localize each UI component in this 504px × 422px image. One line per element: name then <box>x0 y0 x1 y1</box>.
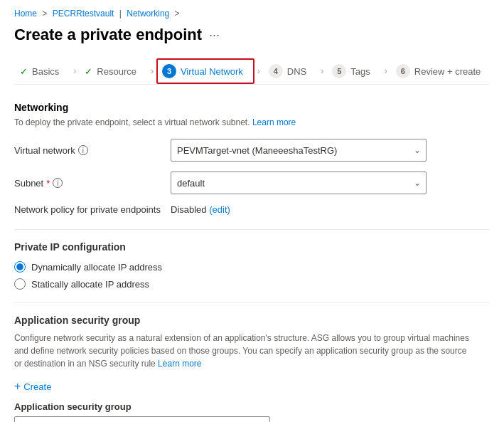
asg-dropdown-wrapper: ⌄ <box>14 416 270 422</box>
static-ip-radio-item[interactable]: Statically allocate IP address <box>14 278 490 290</box>
asg-dropdown[interactable] <box>14 416 270 422</box>
wizard-tabs: ✓ Basics › ✓ Resource › 3 Virtual Networ… <box>14 58 490 85</box>
breadcrumb: Home > PECRRtestvault | Networking > <box>14 9 490 19</box>
page-title: Create a private endpoint <box>14 26 202 44</box>
subnet-required-mark: * <box>46 178 50 189</box>
tab-review-num: 6 <box>396 64 410 78</box>
ellipsis-menu-icon[interactable]: ··· <box>209 28 220 43</box>
tab-resource-label: Resource <box>97 66 136 77</box>
subnet-dropdown[interactable]: default <box>171 172 427 194</box>
tab-review[interactable]: 6 Review + create <box>390 58 493 84</box>
tab-dns-num: 4 <box>269 64 283 78</box>
tab-sep-3: › <box>254 66 263 76</box>
separator-2 <box>14 302 490 303</box>
plus-icon: + <box>14 380 21 393</box>
tab-tags[interactable]: 5 Tags <box>326 58 381 84</box>
dynamic-ip-label: Dynamically allocate IP address <box>31 262 162 273</box>
virtual-network-control: PEVMTarget-vnet (ManeeeshaTestRG) ⌄ <box>171 139 427 162</box>
ip-config-radio-group: Dynamically allocate IP address Statical… <box>14 261 490 290</box>
asg-group-label: Application security group <box>14 401 490 412</box>
asg-create-label: Create <box>23 381 51 392</box>
breadcrumb-sep1: > <box>42 9 47 19</box>
subnet-label: Subnet * i <box>14 178 171 189</box>
dynamic-ip-radio[interactable] <box>14 261 26 273</box>
tab-dns-label: DNS <box>287 66 306 77</box>
asg-description: Configure network security as a natural … <box>14 332 469 370</box>
breadcrumb-sep2: | <box>119 9 124 19</box>
networking-section-title: Networking <box>14 102 490 113</box>
virtual-network-dropdown[interactable]: PEVMTarget-vnet (ManeeeshaTestRG) <box>171 139 427 162</box>
dynamic-ip-radio-item[interactable]: Dynamically allocate IP address <box>14 261 490 273</box>
tab-sep-1: › <box>70 66 79 76</box>
tab-virtualnetwork[interactable]: 3 Virtual Network <box>156 58 254 84</box>
subnet-info-icon[interactable]: i <box>53 178 63 188</box>
asg-learn-more-link[interactable]: Learn more <box>158 359 201 369</box>
virtual-network-info-icon[interactable]: i <box>78 145 88 155</box>
networking-learn-more-link[interactable]: Learn more <box>252 117 296 127</box>
subnet-dropdown-wrapper: default ⌄ <box>171 172 427 194</box>
tab-sep-2: › <box>148 66 156 76</box>
breadcrumb-home[interactable]: Home <box>14 9 37 19</box>
resource-check-icon: ✓ <box>85 66 92 77</box>
tab-sep-4: › <box>318 66 326 76</box>
virtual-network-label: Virtual network i <box>14 145 171 156</box>
breadcrumb-vault[interactable]: PECRRtestvault <box>53 9 114 19</box>
tab-dns[interactable]: 4 DNS <box>263 58 318 84</box>
basics-check-icon: ✓ <box>20 66 28 77</box>
asg-section-title: Application security group <box>14 315 490 326</box>
tab-resource[interactable]: ✓ Resource <box>79 60 148 83</box>
tab-tags-num: 5 <box>332 64 346 78</box>
network-policy-label: Network policy for private endpoints <box>14 204 171 215</box>
virtual-network-dropdown-wrapper: PEVMTarget-vnet (ManeeeshaTestRG) ⌄ <box>171 139 427 162</box>
network-policy-edit-link[interactable]: (edit) <box>209 204 230 215</box>
asg-create-button[interactable]: + Create <box>14 380 51 393</box>
network-policy-value: Disabled (edit) <box>171 204 230 215</box>
breadcrumb-networking[interactable]: Networking <box>127 9 169 19</box>
ip-config-section-title: Private IP configuration <box>14 241 490 253</box>
tab-virtualnetwork-num: 3 <box>162 64 176 78</box>
tab-tags-label: Tags <box>350 66 370 77</box>
static-ip-label: Statically allocate IP address <box>31 279 149 290</box>
network-policy-row: Network policy for private endpoints Dis… <box>14 204 490 215</box>
subnet-row: Subnet * i default ⌄ <box>14 172 490 194</box>
tab-basics-label: Basics <box>32 66 59 77</box>
tab-virtualnetwork-label: Virtual Network <box>181 66 243 77</box>
tab-review-label: Review + create <box>414 66 481 77</box>
separator-1 <box>14 229 490 230</box>
tab-sep-5: › <box>382 66 390 76</box>
networking-description: To deploy the private endpoint, select a… <box>14 117 490 127</box>
static-ip-radio[interactable] <box>14 278 26 290</box>
breadcrumb-sep3: > <box>175 9 180 19</box>
tab-basics[interactable]: ✓ Basics <box>14 60 70 83</box>
virtual-network-row: Virtual network i PEVMTarget-vnet (Manee… <box>14 139 490 162</box>
subnet-control: default ⌄ <box>171 172 427 194</box>
